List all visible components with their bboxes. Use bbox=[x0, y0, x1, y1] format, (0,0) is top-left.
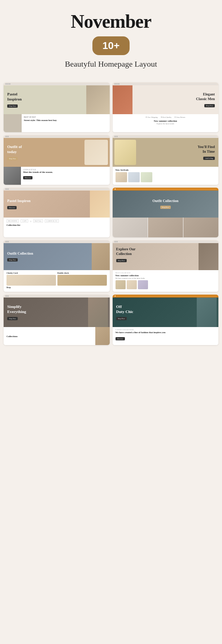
sub-category-label: LATEST COLLECTION bbox=[116, 329, 216, 331]
sub-image-1 bbox=[113, 218, 148, 237]
nav-line bbox=[9, 242, 108, 242]
sub-image bbox=[4, 167, 21, 185]
product-images-row bbox=[116, 280, 216, 289]
hero-section: Outfit Collection Shop Now bbox=[4, 243, 110, 270]
hero-cta-button[interactable]: Discover bbox=[7, 206, 17, 209]
layout-card-simplify-everything[interactable]: SimplifyEverything Shop Now Collections bbox=[4, 295, 110, 345]
layout-card-pastel-inspiron-2[interactable]: Pastel Inspiron Discover BRANDING CAPS ◎… bbox=[4, 188, 110, 237]
nav-dot bbox=[114, 295, 116, 297]
hero-section: ElegantClassic Men Shop Now bbox=[113, 85, 219, 114]
hero-cta-button[interactable]: Shop Now bbox=[7, 157, 18, 160]
sub-section: Collections bbox=[4, 327, 110, 345]
page-header: November 10+ Beautyful Homepage Layout bbox=[0, 0, 222, 80]
sub-section: ✦ Free Shipping ✦ Best Quality ✦ Easy Re… bbox=[113, 114, 219, 132]
layout-card-pastel-inspiron[interactable]: PastelInspiron Shop Now BEST OF BUY Stre… bbox=[4, 82, 110, 132]
hero-cta-button[interactable]: Shop Now bbox=[204, 104, 215, 107]
sub-section: Cheeky Cord Double-check Brap bbox=[4, 270, 110, 292]
sub-section bbox=[113, 218, 219, 237]
hero-text-block: SimplifyEverything Shop Now bbox=[7, 304, 26, 321]
layout-card-explore-collection[interactable]: Explore OurCollection Shop Now BEST COLO… bbox=[113, 240, 219, 292]
sub-title: We have created a line of fashion that i… bbox=[116, 331, 216, 334]
product-item: Cheeky Cord bbox=[6, 272, 56, 286]
nav-dot bbox=[7, 136, 9, 137]
hero-text-block: OffDuty Chic Shop Now bbox=[116, 304, 134, 321]
nav-dot bbox=[116, 136, 118, 137]
hero-cta-button[interactable]: Shop Now bbox=[7, 258, 18, 261]
nav-dot bbox=[9, 83, 10, 85]
hero-section: Outfit oftoday Shop Now bbox=[4, 138, 110, 167]
nav-dot bbox=[7, 295, 9, 297]
sub-image bbox=[95, 327, 110, 345]
product-thumb bbox=[138, 280, 148, 289]
hero-image bbox=[86, 85, 110, 114]
grid-row-5: SimplifyEverything Shop Now Collections bbox=[4, 295, 218, 345]
nav-dot bbox=[114, 241, 116, 242]
sub-section: LATEST COLLECTION We have created a line… bbox=[113, 327, 219, 345]
layout-card-elegant-classic[interactable]: ElegantClassic Men Shop Now ✦ Free Shipp… bbox=[113, 82, 219, 132]
card-navbar bbox=[4, 240, 110, 243]
products-row: Cheeky Cord Double-check bbox=[6, 272, 107, 286]
product-thumb bbox=[128, 172, 140, 182]
product-thumb bbox=[127, 280, 137, 289]
hero-image bbox=[199, 243, 218, 270]
sub-title: New summer collection bbox=[116, 274, 216, 277]
hero-section: Explore OurCollection Shop Now bbox=[113, 243, 219, 270]
product-label: Double-check bbox=[57, 272, 107, 274]
sub-section: New Arrivals bbox=[113, 167, 219, 185]
hero-text-block: You'll FindIn Time Add To Bag bbox=[197, 144, 215, 160]
hero-cta-button[interactable]: Shop Now bbox=[7, 104, 18, 108]
hero-text-block: ElegantClassic Men Shop Now bbox=[196, 92, 215, 108]
hero-cta-button[interactable]: Add To Bag bbox=[203, 157, 215, 160]
hero-text-block: Explore OurCollection Shop Now bbox=[116, 247, 136, 263]
hero-image bbox=[84, 140, 108, 165]
feature-icons-row: ✦ Free Shipping ✦ Best Quality ✦ Easy Re… bbox=[145, 116, 185, 118]
grid-row-2: Outfit oftoday Shop Now LOOK & STYLE Mee… bbox=[4, 135, 218, 185]
hero-cta-button[interactable]: Shop Now bbox=[160, 206, 171, 209]
hero-title: Outfit oftoday bbox=[7, 144, 22, 155]
sub-cta-button[interactable]: Discover bbox=[23, 176, 32, 179]
feature-icon: ✦ Best Quality bbox=[161, 116, 171, 118]
nav-line bbox=[118, 137, 217, 137]
nav-dot bbox=[114, 136, 116, 137]
hero-cta-button[interactable]: Shop Now bbox=[116, 259, 127, 262]
card-navbar bbox=[4, 188, 110, 191]
page-subtitle: Beautyful Homepage Layout bbox=[65, 59, 157, 69]
nav-dot bbox=[5, 188, 7, 190]
card-navbar bbox=[4, 135, 110, 138]
sub-content: BEST OF BUY Street style: This season be… bbox=[22, 114, 59, 132]
brand-logo: LAMOS & CO bbox=[45, 219, 59, 223]
hero-section: Pastel Inspiron Discover bbox=[4, 191, 110, 218]
brand-icon: ◎ bbox=[30, 220, 31, 222]
nav-dot bbox=[5, 295, 7, 297]
hero-image bbox=[90, 191, 110, 218]
hero-image bbox=[197, 298, 217, 327]
layout-card-find-in-time[interactable]: You'll FindIn Time Add To Bag New Arriva… bbox=[113, 135, 219, 185]
product-thumb bbox=[116, 280, 126, 289]
sub-content: LOOK & STYLE Meet the trends of the seas… bbox=[21, 167, 55, 185]
feature-icon: ✦ Easy Return bbox=[174, 116, 185, 118]
layout-card-outfit-collection-2[interactable]: Outfit Collection Shop Now Cheeky Cord D… bbox=[4, 240, 110, 292]
hero-text-block: Outfit Collection Shop Now bbox=[152, 199, 178, 209]
layout-card-outfit-collection-dark[interactable]: Outfit Collection Shop Now bbox=[113, 188, 219, 237]
sub-cta-button[interactable]: Discover bbox=[116, 337, 125, 340]
hero-cta-button[interactable]: Shop Now bbox=[116, 317, 127, 320]
product-label: Cheeky Cord bbox=[6, 272, 56, 274]
hero-title: SimplifyEverything bbox=[7, 304, 26, 314]
hero-section: SimplifyEverything Shop Now bbox=[4, 298, 110, 327]
nav-dot bbox=[116, 241, 118, 242]
brand-logo: CAPS bbox=[21, 219, 28, 223]
nav-line bbox=[116, 189, 217, 189]
product-label-3: Brap bbox=[6, 286, 107, 289]
hero-title: PastelInspiron bbox=[7, 91, 22, 102]
layout-card-outfit-today[interactable]: Outfit oftoday Shop Now LOOK & STYLE Mee… bbox=[4, 135, 110, 185]
hero-cta-button[interactable]: Shop Now bbox=[7, 317, 18, 320]
nav-dot bbox=[5, 83, 7, 85]
nav-dot bbox=[114, 188, 116, 190]
nav-line bbox=[116, 296, 217, 296]
hero-section: Outfit Collection Shop Now bbox=[113, 191, 219, 218]
layout-card-off-duty-chic[interactable]: OffDuty Chic Shop Now LATEST COLLECTION … bbox=[113, 295, 219, 345]
nav-line bbox=[9, 137, 108, 137]
hero-title: You'll FindIn Time bbox=[197, 144, 215, 154]
brand-logo: BRANDING bbox=[6, 219, 19, 223]
card-navbar bbox=[113, 295, 219, 298]
